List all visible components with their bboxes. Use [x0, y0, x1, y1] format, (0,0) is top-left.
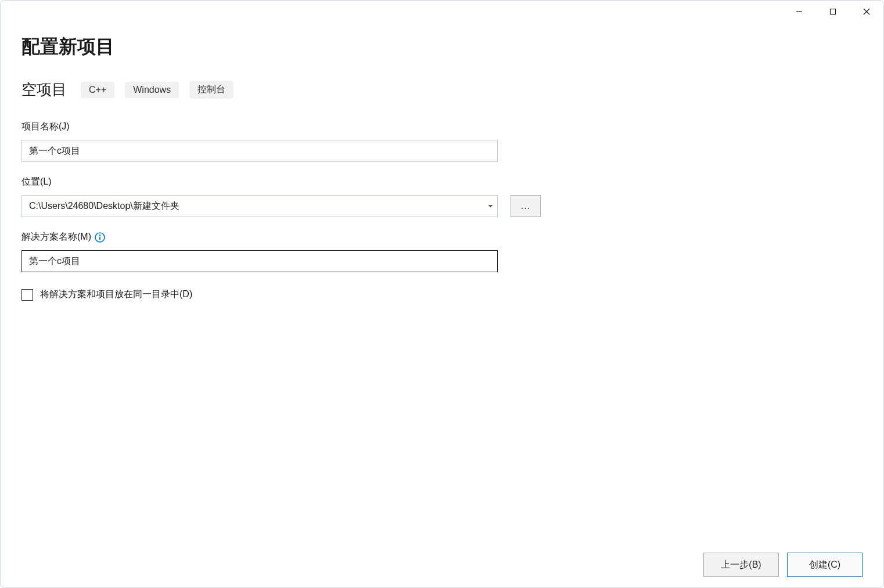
same-directory-row[interactable]: 将解决方案和项目放在同一目录中(D): [21, 288, 863, 301]
minimize-icon: [796, 8, 803, 15]
page-title: 配置新项目: [21, 34, 863, 60]
window-frame: 配置新项目 空项目 C++ Windows 控制台 项目名称(J) 位置(L): [0, 0, 884, 588]
location-label: 位置(L): [21, 176, 863, 188]
svg-rect-1: [831, 9, 836, 15]
location-group: 位置(L) ...: [21, 176, 863, 217]
solution-name-label-text: 解决方案名称(M): [21, 231, 91, 243]
content-area: 配置新项目 空项目 C++ Windows 控制台 项目名称(J) 位置(L): [1, 23, 883, 587]
location-dropdown-button[interactable]: [483, 196, 497, 217]
location-combo[interactable]: [21, 195, 498, 217]
subtitle-row: 空项目 C++ Windows 控制台: [21, 80, 863, 100]
solution-name-group: 解决方案名称(M): [21, 231, 863, 272]
project-type-label: 空项目: [21, 80, 67, 100]
title-bar: [1, 1, 883, 23]
footer: 上一步(B) 创建(C): [703, 553, 863, 577]
tag-console: 控制台: [189, 81, 233, 99]
back-button[interactable]: 上一步(B): [703, 553, 779, 577]
location-input[interactable]: [22, 196, 483, 217]
project-name-label: 项目名称(J): [21, 121, 863, 133]
same-directory-checkbox[interactable]: [21, 289, 33, 301]
maximize-button[interactable]: [816, 1, 850, 23]
project-name-group: 项目名称(J): [21, 121, 863, 162]
same-directory-label: 将解决方案和项目放在同一目录中(D): [40, 288, 192, 301]
tag-windows: Windows: [125, 82, 179, 98]
svg-rect-6: [99, 236, 100, 240]
solution-name-label: 解决方案名称(M): [21, 231, 863, 243]
create-button[interactable]: 创建(C): [787, 553, 863, 577]
close-icon: [863, 8, 870, 15]
location-input-row: ...: [21, 195, 863, 217]
browse-button[interactable]: ...: [511, 195, 541, 217]
project-name-input[interactable]: [21, 140, 498, 162]
tag-cpp: C++: [81, 82, 114, 98]
svg-point-5: [99, 235, 100, 236]
close-button[interactable]: [850, 1, 883, 23]
solution-name-input[interactable]: [21, 250, 498, 272]
minimize-button[interactable]: [782, 1, 816, 23]
info-icon[interactable]: [95, 232, 105, 243]
chevron-down-icon: [488, 205, 493, 208]
maximize-icon: [829, 8, 836, 15]
